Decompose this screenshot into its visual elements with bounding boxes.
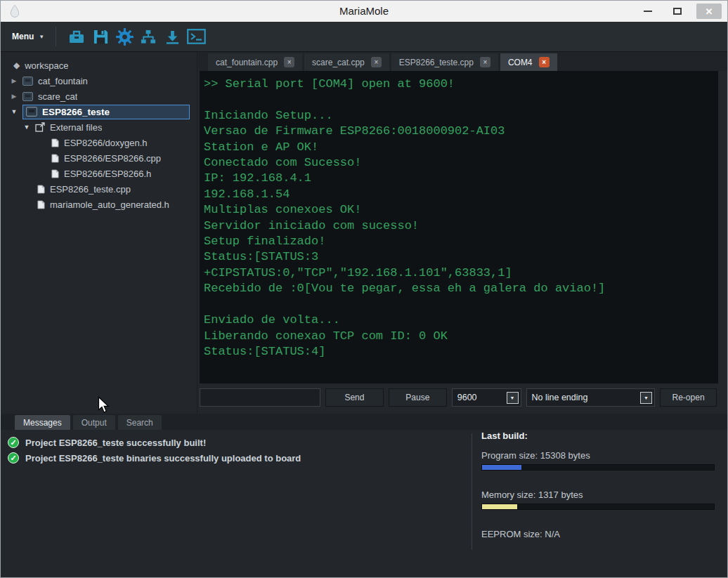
line-ending-select[interactable]: No line ending ▼ <box>526 388 656 407</box>
tree-item-label: ESP8266/ESP8266.cpp <box>64 153 161 164</box>
file-icon <box>37 200 45 209</box>
bottom-panel: Messages Output Search ✓ Project ESP8266… <box>1 414 727 577</box>
close-button[interactable]: ✕ <box>696 4 722 19</box>
last-build-title: Last build: <box>481 431 715 441</box>
file-icon <box>37 185 45 194</box>
send-button[interactable]: Send <box>325 388 384 407</box>
message-text: Project ESP8266_teste successfully built… <box>25 438 206 448</box>
pause-button[interactable]: Pause <box>389 388 447 407</box>
program-size-bar <box>481 464 715 471</box>
titlebar: MariaMole ✕ <box>1 1 727 22</box>
library-tree-button[interactable] <box>136 26 160 47</box>
workspace-diamond-icon: ◆ <box>13 60 20 70</box>
reopen-button[interactable]: Re-open <box>660 388 717 407</box>
program-size-bar-fill <box>482 465 521 470</box>
tree-item-label: ESP8266_teste.cpp <box>50 184 131 195</box>
baud-rate-select[interactable]: 9600 ▼ <box>452 388 521 407</box>
tree-item-doxygen-h[interactable]: ESP8266/doxygen.h <box>1 135 197 150</box>
dropdown-arrow-icon[interactable]: ▼ <box>507 392 519 404</box>
baud-rate-value: 9600 <box>457 393 507 402</box>
window-controls: ✕ <box>637 4 722 19</box>
memory-size-bar-fill <box>482 504 517 509</box>
selected-item-highlight[interactable]: ESP8266_teste <box>22 105 190 119</box>
tree-item-label: workspace <box>25 60 68 71</box>
tree-item-label: ESP8266/doxygen.h <box>64 138 148 148</box>
serial-monitor-icon <box>187 29 206 44</box>
serial-message-input[interactable] <box>200 388 320 407</box>
message-text: Project ESP8266_teste binaries successfu… <box>25 453 301 464</box>
tab-label: cat_fountain.cpp <box>216 58 278 67</box>
save-icon <box>93 29 109 45</box>
memory-size-bar <box>481 504 715 510</box>
tree-item-esp8266-h[interactable]: ESP8266/ESP8266.h <box>1 166 197 181</box>
expand-arrow-icon[interactable]: ▶ <box>11 77 18 84</box>
external-files-icon <box>35 122 45 132</box>
last-build-panel: Last build: Program size: 15308 bytes Me… <box>481 431 715 543</box>
tab-esp8266-teste-cpp[interactable]: ESP8266_teste.cpp × <box>391 53 498 71</box>
success-check-icon: ✓ <box>8 437 19 448</box>
serial-monitor-output: >> Serial port [COM4] open at 9600! Inic… <box>200 71 718 365</box>
tree-item-label: ESP8266/ESP8266.h <box>64 169 151 179</box>
file-icon <box>51 138 59 147</box>
dropdown-arrow-icon[interactable]: ▼ <box>640 392 652 404</box>
tab-search[interactable]: Search <box>118 415 162 430</box>
mouse-cursor <box>98 396 110 416</box>
menu-caret-icon: ▼ <box>39 34 44 40</box>
settings-button[interactable] <box>112 26 136 47</box>
messages-list: ✓ Project ESP8266_teste successfully bui… <box>1 435 470 466</box>
file-icon <box>51 154 59 163</box>
upload-board-icon <box>164 29 181 45</box>
file-icon <box>51 169 59 178</box>
tree-item-mariamole-auto-generated-h[interactable]: mariamole_auto_generated.h <box>1 197 197 212</box>
tree-item-label: mariamole_auto_generated.h <box>50 199 169 210</box>
collapse-arrow-icon[interactable]: ▼ <box>23 124 30 131</box>
message-row: ✓ Project ESP8266_teste binaries success… <box>1 450 470 466</box>
tab-label: scare_cat.cpp <box>312 58 365 67</box>
line-ending-value: No line ending <box>532 393 641 402</box>
tab-close-icon[interactable]: × <box>539 57 550 67</box>
tree-item-workspace[interactable]: ◆ workspace <box>1 58 197 73</box>
maximize-button[interactable] <box>667 4 688 19</box>
settings-gear-icon <box>115 27 134 46</box>
serial-controls: Send Pause 9600 ▼ No line ending ▼ Re-op… <box>200 388 717 407</box>
tree-item-label: External files <box>50 122 102 133</box>
memory-size-label: Memory size: 1317 bytes <box>481 490 715 500</box>
tab-cat-fountain-cpp[interactable]: cat_fountain.cpp × <box>208 53 302 71</box>
open-workspace-icon <box>68 29 85 44</box>
success-check-icon: ✓ <box>8 452 19 464</box>
tree-item-esp8266-teste[interactable]: ▼ ESP8266_teste <box>1 104 197 119</box>
tree-item-cat-fountain[interactable]: ▶ cat_fountain <box>1 73 197 88</box>
minimize-button[interactable] <box>637 4 658 19</box>
eeprom-size-label: EEPROM size: N/A <box>481 529 715 539</box>
tree-item-label: cat_fountain <box>38 76 88 86</box>
bottom-tabbar: Messages Output Search <box>1 414 727 430</box>
toolbar-separator <box>56 27 56 46</box>
toolbar: Menu ▼ <box>1 22 727 52</box>
tab-close-icon[interactable]: × <box>371 57 382 67</box>
serial-monitor[interactable]: >> Serial port [COM4] open at 9600! Inic… <box>200 71 718 383</box>
serial-monitor-button[interactable] <box>184 26 208 47</box>
tree-item-external-files[interactable]: ▼ External files <box>1 119 197 135</box>
tab-scare-cat-cpp[interactable]: scare_cat.cpp × <box>304 53 389 71</box>
tab-com4[interactable]: COM4 × <box>500 53 557 71</box>
window-title: MariaMole <box>1 1 727 22</box>
tree-item-esp8266-teste-cpp[interactable]: ESP8266_teste.cpp <box>1 181 197 197</box>
collapse-arrow-icon[interactable]: ▼ <box>11 108 18 115</box>
tab-close-icon[interactable]: × <box>284 57 294 67</box>
save-button[interactable] <box>89 26 112 47</box>
open-workspace-button[interactable] <box>65 26 89 47</box>
tab-messages[interactable]: Messages <box>15 415 70 430</box>
tab-output[interactable]: Output <box>73 415 115 430</box>
tree-item-esp8266-cpp[interactable]: ESP8266/ESP8266.cpp <box>1 150 197 166</box>
project-icon <box>22 92 33 101</box>
project-tree: ◆ workspace ▶ cat_fountain ▶ scare_cat ▼… <box>1 52 197 414</box>
message-row: ✓ Project ESP8266_teste successfully bui… <box>1 435 470 450</box>
expand-arrow-icon[interactable]: ▶ <box>11 93 18 100</box>
editor-tabbar: cat_fountain.cpp × scare_cat.cpp × ESP82… <box>198 52 727 71</box>
mariamole-window: MariaMole ✕ Menu ▼ <box>0 0 728 578</box>
menu-button[interactable]: Menu ▼ <box>8 32 48 41</box>
upload-board-button[interactable] <box>160 26 184 47</box>
minimize-icon <box>644 11 652 12</box>
tree-item-scare-cat[interactable]: ▶ scare_cat <box>1 88 197 104</box>
tab-close-icon[interactable]: × <box>480 57 490 67</box>
